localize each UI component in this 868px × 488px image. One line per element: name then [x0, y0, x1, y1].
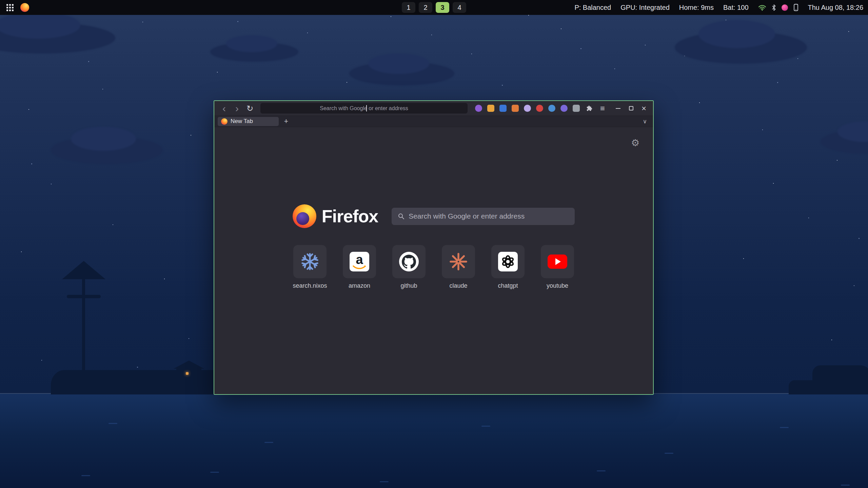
forward-button[interactable]: ›: [231, 103, 243, 114]
shortcut-label: search.nixos: [293, 282, 327, 289]
shortcut-label: github: [400, 282, 417, 289]
youtube-icon: [548, 255, 567, 269]
hut-silhouette: [176, 368, 201, 382]
new-tab-page: ⚙ Firefox: [214, 127, 653, 394]
shortcut-amazon[interactable]: a amazon: [342, 245, 376, 289]
app-launcher-button[interactable]: [5, 2, 15, 13]
topbar-right: P: Balanced GPU: Integrated Home: 9ms Ba…: [574, 4, 863, 12]
firefox-favicon: [221, 118, 228, 125]
hut-lantern: [186, 372, 189, 375]
tab-new-tab[interactable]: New Tab: [218, 117, 279, 126]
extension-icon-7[interactable]: [548, 105, 555, 112]
github-icon: [399, 252, 419, 271]
gpu-status: GPU: Integrated: [620, 4, 670, 12]
workspace-button-3[interactable]: 3: [436, 2, 449, 13]
clock: Thu Aug 08, 18:26: [808, 4, 863, 12]
shortcut-tile: [293, 245, 327, 278]
firefox-logo: [293, 204, 316, 228]
extension-buttons: [472, 105, 583, 112]
watchtower-platform: [67, 295, 101, 298]
tab-title: New Tab: [231, 118, 253, 125]
new-tab-button[interactable]: +: [281, 117, 291, 126]
extension-icon-1[interactable]: [475, 105, 482, 112]
firefox-wordmark: Firefox: [322, 206, 378, 226]
shortcut-youtube[interactable]: youtube: [540, 245, 574, 289]
reload-button[interactable]: ↻: [244, 103, 256, 114]
shortcut-tile: a: [343, 245, 376, 278]
shortcut-chatgpt[interactable]: chatgpt: [491, 245, 525, 289]
window-controls: ×: [613, 103, 649, 114]
newtab-search-field[interactable]: [392, 208, 575, 225]
maximize-icon: [629, 106, 633, 110]
close-button[interactable]: ×: [639, 103, 649, 114]
shortcut-tile: [541, 245, 574, 278]
apps-grid-icon: [6, 4, 14, 11]
shortcut-label: claude: [449, 282, 467, 289]
cloud: [675, 31, 807, 64]
cloud: [349, 62, 454, 85]
shortcut-tile: [392, 245, 426, 278]
tab-bar: New Tab + ∨: [214, 116, 653, 127]
shortcut-tile: [491, 245, 525, 278]
watchtower-pole: [82, 277, 85, 375]
puzzle-icon: [586, 105, 593, 112]
firefox-window: ‹ › ↻ Search with Google or enter addres…: [214, 100, 654, 395]
extensions-puzzle-button[interactable]: [584, 103, 595, 114]
shortcut-label: amazon: [349, 282, 370, 289]
bluetooth-icon[interactable]: [772, 4, 776, 11]
url-bar-placeholder: Search with Google or enter address: [320, 105, 408, 111]
shortcut-search-nixos[interactable]: search.nixos: [293, 245, 327, 289]
top-bar: 1 2 3 4 P: Balanced GPU: Integrated Home…: [0, 0, 868, 15]
minimize-button[interactable]: [613, 103, 623, 114]
workspace-button-4[interactable]: 4: [453, 2, 466, 13]
menu-button[interactable]: ≡: [597, 103, 608, 114]
extension-icon-8[interactable]: [560, 105, 568, 112]
chatgpt-icon: [498, 252, 518, 271]
tab-overflow-button[interactable]: ∨: [640, 117, 650, 126]
hue-light-icon[interactable]: [782, 4, 788, 11]
navigation-toolbar: ‹ › ↻ Search with Google or enter addres…: [214, 101, 653, 116]
island-silhouette: [51, 370, 241, 394]
amazon-icon: a: [350, 252, 369, 271]
power-profile-status: P: Balanced: [574, 4, 611, 12]
cloud: [210, 42, 298, 62]
shortcut-tile: [442, 245, 475, 278]
newtab-search-input[interactable]: [409, 212, 569, 220]
back-button[interactable]: ‹: [218, 103, 230, 114]
extension-icon-9[interactable]: [573, 105, 580, 112]
shortcut-label: youtube: [547, 282, 568, 289]
extension-icon-6[interactable]: [536, 105, 543, 112]
topbar-left: [5, 2, 29, 13]
home-latency-status: Home: 9ms: [679, 4, 714, 12]
cloud: [0, 22, 115, 54]
claude-icon: [449, 252, 468, 271]
ocean: [0, 394, 868, 488]
extension-icon-5[interactable]: [524, 105, 531, 112]
shortcut-github[interactable]: github: [392, 245, 426, 289]
cliff-silhouette-small: [789, 380, 821, 394]
workspace-switcher: 1 2 3 4: [402, 0, 466, 15]
watchtower-roof: [62, 261, 105, 279]
system-tray: [758, 4, 798, 11]
newtab-hero: Firefox: [214, 204, 653, 228]
firefox-launcher-icon[interactable]: [20, 3, 29, 12]
workspace-button-1[interactable]: 1: [402, 2, 415, 13]
battery-status: Bat: 100: [723, 4, 749, 12]
extension-icon-3[interactable]: [499, 105, 507, 112]
shortcut-label: chatgpt: [498, 282, 518, 289]
search-icon: [398, 213, 405, 220]
workspace-button-2[interactable]: 2: [419, 2, 432, 13]
cloud: [51, 136, 163, 164]
maximize-button[interactable]: [626, 103, 636, 114]
shortcut-claude[interactable]: claude: [441, 245, 475, 289]
shortcut-tiles: search.nixos a amazon: [214, 245, 653, 289]
personalize-settings-button[interactable]: ⚙: [631, 137, 639, 148]
network-icon[interactable]: [758, 4, 766, 11]
nixos-icon: [300, 252, 319, 271]
extension-icon-2[interactable]: [487, 105, 494, 112]
extension-icon-4[interactable]: [512, 105, 519, 112]
device-icon[interactable]: [793, 4, 798, 11]
minimize-icon: [616, 108, 620, 109]
text-caret: [366, 105, 367, 111]
url-bar[interactable]: Search with Google or enter address: [260, 103, 468, 114]
